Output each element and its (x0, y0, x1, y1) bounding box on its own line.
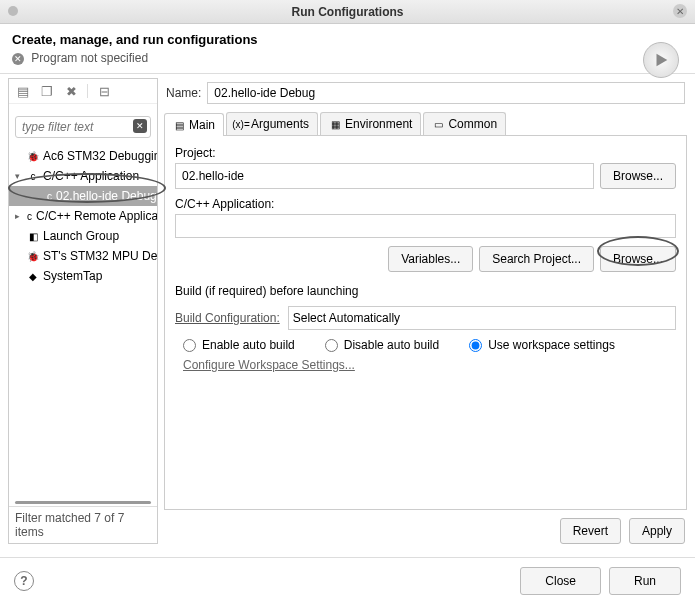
toolbar-separator (87, 84, 88, 98)
tree-item-systemtap[interactable]: ◆SystemTap (9, 266, 157, 286)
app-browse-button[interactable]: Browse... (600, 246, 676, 272)
common-tab-icon: ▭ (432, 118, 444, 130)
close-window-button[interactable]: ✕ (673, 4, 687, 18)
duplicate-config-icon[interactable]: ❐ (39, 83, 55, 99)
c-app-icon: c (27, 170, 39, 182)
args-tab-icon: (x)= (235, 118, 247, 130)
c-app-icon: c (27, 210, 32, 222)
tree-item-st-mpu[interactable]: 🐞ST's STM32 MPU Debug (9, 246, 157, 266)
tab-main[interactable]: ▤Main (164, 113, 224, 136)
sidebar-divider (15, 501, 151, 504)
page-heading: Create, manage, and run configurations (12, 32, 683, 47)
error-icon: ✕ (12, 53, 24, 65)
app-label: C/C++ Application: (175, 197, 676, 211)
app-input[interactable] (175, 214, 676, 238)
close-button[interactable]: Close (520, 567, 601, 595)
tab-label: Common (448, 117, 497, 131)
search-project-button[interactable]: Search Project... (479, 246, 594, 272)
run-button[interactable]: Run (609, 567, 681, 595)
tree-label: Launch Group (43, 229, 119, 243)
radio-enable-auto[interactable]: Enable auto build (183, 338, 295, 352)
revert-button[interactable]: Revert (560, 518, 621, 544)
tree-label: 02.hello-ide Debug (56, 189, 157, 203)
tree-label: ST's STM32 MPU Debug (43, 249, 157, 263)
tab-environment[interactable]: ▦Environment (320, 112, 421, 135)
filter-input[interactable] (15, 116, 151, 138)
bug-icon: 🐞 (27, 150, 39, 162)
minimize-button[interactable] (8, 6, 18, 16)
bug-icon: 🐞 (27, 250, 39, 262)
radio-disable-auto[interactable]: Disable auto build (325, 338, 439, 352)
tab-label: Arguments (251, 117, 309, 131)
new-config-icon[interactable]: ▤ (15, 83, 31, 99)
tap-icon: ◆ (27, 270, 39, 282)
build-config-label[interactable]: Build Configuration: (175, 311, 280, 325)
launch-icon: ◧ (27, 230, 39, 242)
tab-arguments[interactable]: (x)=Arguments (226, 112, 318, 135)
tree-item-cpp-app[interactable]: cC/C++ Application (9, 166, 157, 186)
configure-workspace-link[interactable]: Configure Workspace Settings... (183, 358, 355, 372)
radio-workspace[interactable]: Use workspace settings (469, 338, 615, 352)
build-config-select[interactable]: Select Automatically (288, 306, 676, 330)
tree-item-launch-group[interactable]: ◧Launch Group (9, 226, 157, 246)
collapse-all-icon[interactable]: ⊟ (96, 83, 112, 99)
apply-button[interactable]: Apply (629, 518, 685, 544)
tab-label: Environment (345, 117, 412, 131)
tree-label: C/C++ Application (43, 169, 139, 183)
variables-button[interactable]: Variables... (388, 246, 473, 272)
svg-marker-0 (657, 54, 668, 67)
project-label: Project: (175, 146, 676, 160)
env-tab-icon: ▦ (329, 118, 341, 130)
window-title: Run Configurations (292, 5, 404, 19)
tab-label: Main (189, 118, 215, 132)
tree-item-cpp-remote[interactable]: cC/C++ Remote Applicat (9, 206, 157, 226)
help-icon[interactable]: ? (14, 571, 34, 591)
error-message: Program not specified (31, 51, 148, 65)
tab-common[interactable]: ▭Common (423, 112, 506, 135)
delete-config-icon[interactable]: ✖ (63, 83, 79, 99)
tree-item-hello-ide[interactable]: c02.hello-ide Debug (9, 186, 157, 206)
project-browse-button[interactable]: Browse... (600, 163, 676, 189)
tree-label: SystemTap (43, 269, 102, 283)
clear-filter-icon[interactable]: ✕ (133, 119, 147, 133)
tree-item-ac6[interactable]: 🐞Ac6 STM32 Debugging (9, 146, 157, 166)
tree-label: Ac6 STM32 Debugging (43, 149, 157, 163)
c-app-icon: c (47, 190, 52, 202)
filter-status: Filter matched 7 of 7 items (9, 506, 157, 543)
tree-label: C/C++ Remote Applicat (36, 209, 157, 223)
build-section-title: Build (if required) before launching (175, 284, 676, 298)
name-input[interactable] (207, 82, 685, 104)
main-tab-icon: ▤ (173, 119, 185, 131)
name-label: Name: (166, 86, 201, 100)
run-hero-icon (643, 42, 679, 78)
project-input[interactable] (175, 163, 594, 189)
